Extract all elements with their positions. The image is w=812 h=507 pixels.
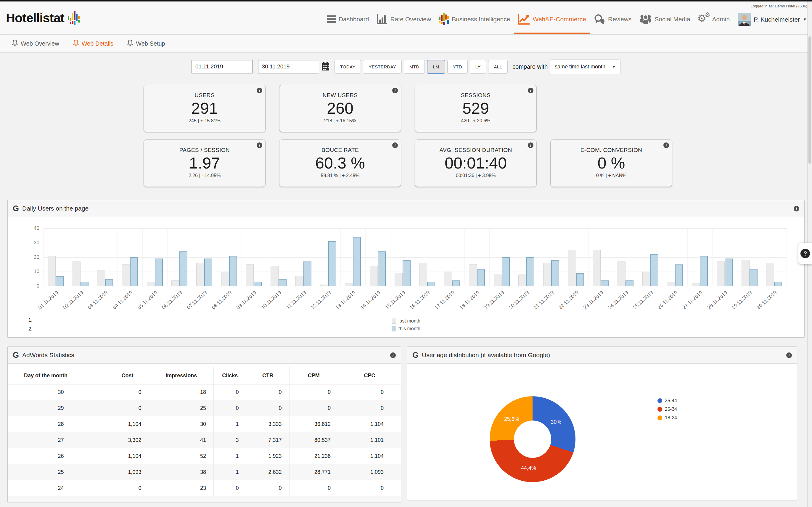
nav-item-web-e-commerce[interactable]: Web&E-Commerce — [514, 1, 590, 34]
bar-this-month — [725, 259, 733, 286]
subnav-item-label: Web Details — [82, 40, 113, 47]
bar-group — [291, 228, 316, 286]
table-cell: 1,923 — [246, 448, 289, 464]
x-axis-tick-label: 17.11.2019 — [429, 290, 456, 315]
bar-this-month — [774, 282, 782, 286]
google-icon: G — [13, 351, 19, 360]
daily-users-panel: G Daily Users on the page i 010203040 01… — [7, 200, 805, 338]
bar-this-month — [477, 269, 485, 286]
nav-item-rate-overview[interactable]: Rate Overview — [373, 1, 435, 34]
column-header-cpm: CPM — [289, 367, 338, 384]
legend-swatch — [392, 326, 396, 331]
chat-icon — [594, 14, 606, 24]
date-range-separator: - — [254, 63, 256, 70]
info-icon[interactable]: i — [794, 206, 799, 212]
table-row: 290250000 — [8, 400, 401, 416]
range-button-mtd[interactable]: MTD — [404, 60, 425, 74]
help-button[interactable]: ? — [798, 243, 812, 264]
info-icon[interactable]: i — [257, 143, 262, 148]
bar-last-month — [444, 272, 452, 286]
y-axis-tick-label: 20 — [34, 255, 39, 260]
range-button-ly[interactable]: LY — [470, 60, 486, 74]
kpi-title: NEW USERS — [279, 92, 401, 99]
gears-icon: ⚙⚙ — [698, 13, 710, 25]
date-to-input[interactable] — [258, 60, 319, 73]
subnav-item-web-overview[interactable]: Web Overview — [12, 39, 59, 48]
table-cell: 0 — [246, 384, 289, 400]
table-cell: 0 — [246, 480, 289, 496]
compare-select[interactable]: same time last month ▼ — [550, 60, 620, 74]
info-icon[interactable]: i — [257, 88, 262, 93]
y-axis-tick-label: 40 — [34, 225, 39, 231]
nav-item-label: Social Media — [654, 16, 690, 23]
brand-logo[interactable]: Hotellistat — [6, 1, 81, 34]
info-icon[interactable]: i — [392, 88, 398, 93]
table-cell: 30 — [149, 416, 214, 432]
subnav-item-web-setup[interactable]: Web Setup — [127, 39, 165, 48]
daily-users-title: Daily Users on the page — [22, 205, 88, 212]
legend-label: 18-24 — [665, 415, 677, 420]
range-button-today[interactable]: TODAY — [334, 60, 361, 74]
info-icon[interactable]: i — [392, 143, 398, 148]
legend-label: last month — [398, 318, 420, 324]
calendar-button[interactable] — [321, 62, 329, 72]
bar-last-month — [270, 266, 278, 286]
kpi-value: 260 — [279, 99, 401, 117]
age-distribution-panel: G User age distribution (if available fr… — [407, 346, 797, 500]
user-name: P. Kuchelmeister — [754, 16, 800, 23]
info-icon[interactable]: i — [664, 143, 669, 148]
bar-this-month — [130, 257, 138, 286]
bar-group — [167, 228, 192, 286]
bar-group — [316, 228, 341, 286]
bar-this-month — [750, 269, 757, 286]
table-cell: 0 — [246, 400, 289, 416]
nav-item-admin[interactable]: ⚙⚙Admin — [694, 1, 734, 34]
info-icon[interactable]: i — [528, 88, 534, 93]
subnav-item-web-details[interactable]: Web Details — [73, 39, 113, 48]
range-button-ytd[interactable]: YTD — [447, 60, 468, 74]
bar-plot-area: 010203040 — [43, 228, 787, 286]
subnav-item-label: Web Overview — [21, 40, 59, 47]
user-avatar[interactable] — [738, 13, 751, 26]
kpi-title: USERS — [144, 92, 265, 99]
nav-item-social-media[interactable]: Social Media — [635, 1, 694, 34]
table-cell: 3,333 — [246, 416, 289, 432]
bar-group — [588, 228, 613, 286]
table-cell: 52 — [149, 448, 214, 464]
bar-group — [68, 228, 93, 286]
bar-group — [118, 228, 142, 286]
nav-item-dashboard[interactable]: Dashboard — [323, 1, 373, 34]
x-axis-tick-label: 05.11.2019 — [131, 290, 159, 315]
table-cell: 38 — [149, 464, 214, 480]
info-icon[interactable]: i — [390, 352, 396, 358]
bar-last-month — [518, 275, 526, 286]
kpi-comparison: 245 | + 15.81% — [144, 118, 265, 123]
range-button-yesterday[interactable]: YESTERDAY — [363, 60, 401, 74]
bar-last-month — [345, 283, 353, 286]
bar-this-month — [452, 280, 460, 286]
info-icon[interactable]: i — [528, 143, 534, 148]
scrollbar-thumb[interactable] — [808, 37, 811, 164]
kpi-title: E-COM. CONVERSION — [551, 147, 672, 153]
x-axis-tick-label: 16.11.2019 — [404, 290, 431, 315]
legend-label: 25-34 — [665, 407, 677, 412]
range-button-all[interactable]: ALL — [488, 60, 508, 74]
table-cell: 30 — [8, 384, 106, 400]
bar-group — [638, 228, 663, 286]
range-button-lm[interactable]: LM — [427, 60, 445, 74]
calendar-icon — [321, 62, 329, 72]
x-axis-tick-label: 03.11.2019 — [82, 290, 109, 315]
bar-this-month — [502, 257, 510, 286]
table-row: 240230000 — [8, 480, 401, 496]
info-icon[interactable]: i — [786, 352, 792, 358]
x-axis-tick-label: 22.11.2019 — [553, 290, 580, 315]
table-cell: 29 — [8, 400, 106, 416]
y-axis-tick-label: 0 — [37, 283, 39, 289]
bar-this-month — [625, 280, 633, 286]
date-from-input[interactable] — [192, 60, 252, 73]
nav-item-business-intelligence[interactable]: Business Intelligence — [435, 1, 514, 34]
bar-group — [613, 228, 638, 286]
nav-item-reviews[interactable]: Reviews — [590, 1, 635, 34]
kpi-value: 0 % — [551, 154, 672, 172]
app-header: Logged in as: Demo Hotel (#636) Hotellis… — [0, 1, 812, 35]
